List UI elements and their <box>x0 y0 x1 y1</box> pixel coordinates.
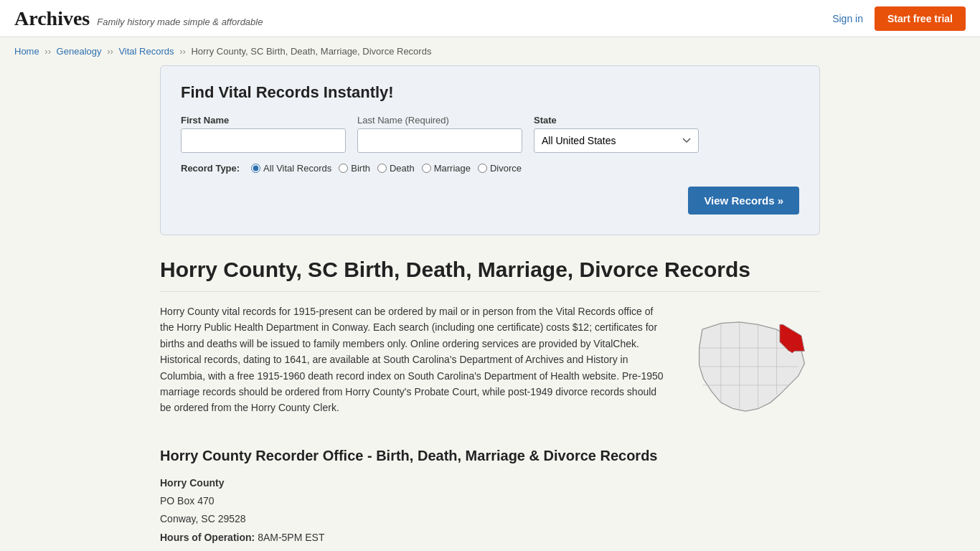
radio-birth-input[interactable] <box>339 164 348 173</box>
sign-in-link[interactable]: Sign in <box>832 13 863 24</box>
breadcrumb-genealogy[interactable]: Genealogy <box>57 46 102 57</box>
view-records-button[interactable]: View Records » <box>688 187 799 215</box>
radio-birth-label: Birth <box>351 163 370 174</box>
radio-death-label: Death <box>390 163 415 174</box>
radio-all-vital[interactable]: All Vital Records <box>251 163 331 174</box>
radio-marriage-input[interactable] <box>422 164 431 173</box>
last-name-label: Last Name (Required) <box>357 115 522 126</box>
record-type-label: Record Type: <box>181 163 240 174</box>
radio-divorce[interactable]: Divorce <box>478 163 522 174</box>
content-section: Horry County vital records for 1915-pres… <box>160 303 820 426</box>
site-logo: Archives <box>14 7 90 30</box>
search-fields: First Name Last Name (Required) State Al… <box>181 115 799 153</box>
header-logo-area: Archives Family history made simple & af… <box>14 7 263 30</box>
breadcrumb-current: Horry County, SC Birth, Death, Marriage,… <box>191 46 431 57</box>
search-bottom: View Records » <box>181 187 799 215</box>
state-group: State All United StatesAlabamaAlaskaAriz… <box>534 115 699 153</box>
site-header: Archives Family history made simple & af… <box>0 0 980 37</box>
header-actions: Sign in Start free trial <box>832 6 966 31</box>
breadcrumb-sep1: ›› <box>44 46 51 57</box>
main-content: Find Vital Records Instantly! First Name… <box>146 65 834 551</box>
site-tagline: Family history made simple & affordable <box>97 17 263 27</box>
sc-map-container <box>684 309 820 426</box>
breadcrumb: Home ›› Genealogy ›› Vital Records ›› Ho… <box>0 37 980 65</box>
breadcrumb-home[interactable]: Home <box>14 46 39 57</box>
office-hours: Hours of Operation: 8AM-5PM EST <box>160 529 820 547</box>
office-address2: Conway, SC 29528 <box>160 510 820 528</box>
search-box: Find Vital Records Instantly! First Name… <box>160 65 820 235</box>
page-description: Horry County vital records for 1915-pres… <box>160 303 669 426</box>
first-name-input[interactable] <box>181 128 346 153</box>
first-name-group: First Name <box>181 115 346 153</box>
radio-marriage[interactable]: Marriage <box>422 163 471 174</box>
radio-death-input[interactable] <box>377 164 387 173</box>
radio-death[interactable]: Death <box>377 163 415 174</box>
page-main-heading: Horry County, SC Birth, Death, Marriage,… <box>160 257 820 292</box>
last-name-group: Last Name (Required) <box>357 115 522 153</box>
office-address1: PO Box 470 <box>160 492 820 510</box>
radio-birth[interactable]: Birth <box>339 163 370 174</box>
state-label: State <box>534 115 699 126</box>
radio-marriage-label: Marriage <box>434 163 471 174</box>
breadcrumb-vital-records[interactable]: Vital Records <box>118 46 174 57</box>
start-trial-button[interactable]: Start free trial <box>875 6 966 31</box>
first-name-label: First Name <box>181 115 346 126</box>
sc-state-map <box>684 309 820 426</box>
search-title: Find Vital Records Instantly! <box>181 83 799 102</box>
office-name: Horry County <box>160 474 820 492</box>
radio-divorce-label: Divorce <box>490 163 522 174</box>
radio-divorce-input[interactable] <box>478 164 487 173</box>
radio-all-input[interactable] <box>251 164 260 173</box>
last-name-input[interactable] <box>357 128 522 153</box>
record-type-row: Record Type: All Vital Records Birth Dea… <box>181 163 799 174</box>
office-hours-label: Hours of Operation: <box>160 532 255 543</box>
office-info: Horry County PO Box 470 Conway, SC 29528… <box>160 474 820 547</box>
section2-heading: Horry County Recorder Office - Birth, De… <box>160 448 820 464</box>
radio-all-label: All Vital Records <box>263 163 331 174</box>
office-hours-value-text: 8AM-5PM EST <box>258 532 324 543</box>
breadcrumb-sep3: ›› <box>179 46 186 57</box>
state-select[interactable]: All United StatesAlabamaAlaskaArizonaArk… <box>534 128 699 153</box>
breadcrumb-sep2: ›› <box>107 46 113 57</box>
